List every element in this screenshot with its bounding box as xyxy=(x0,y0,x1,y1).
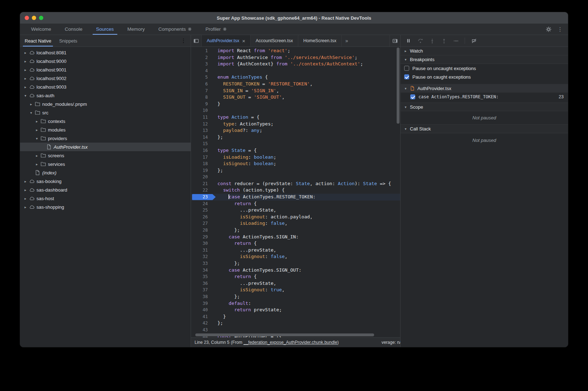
breakpoint-group-header[interactable]: ▾ AuthProvider.tsx xyxy=(401,84,568,93)
tree-item-sas-auth[interactable]: ▾sas-auth xyxy=(20,91,191,100)
line-number[interactable]: 41 xyxy=(191,313,211,320)
tree-item-providers[interactable]: ▾providers xyxy=(20,134,191,143)
tab-console[interactable]: Console xyxy=(58,24,89,35)
line-number[interactable]: 16 xyxy=(191,147,211,154)
line-number[interactable]: 27 xyxy=(191,220,211,227)
code-text[interactable]: isLoading: false, xyxy=(211,220,288,227)
tree-item-node-modules-pnpm[interactable]: ▸node_modules/.pnpm xyxy=(20,100,191,108)
tree-item-sas-host[interactable]: ▸sas-host xyxy=(20,194,191,203)
line-number[interactable]: 32 xyxy=(191,253,211,260)
line-number[interactable]: 26 xyxy=(191,214,211,221)
line-number[interactable]: 9 xyxy=(191,101,211,108)
chevron-right-icon[interactable]: ▸ xyxy=(34,128,39,132)
code-text[interactable]: return { xyxy=(211,201,257,207)
code-text[interactable]: isSignout: boolean; xyxy=(211,160,276,167)
navigator-more-kebab-icon[interactable]: ⋮ xyxy=(178,36,188,45)
line-number[interactable]: 37 xyxy=(191,287,211,293)
more-options-kebab-icon[interactable]: ⋮ xyxy=(555,25,565,34)
code-text[interactable]: }; xyxy=(211,293,240,300)
line-number[interactable]: 24 xyxy=(191,201,211,207)
horizontal-scrollbar-thumb[interactable] xyxy=(195,333,374,336)
tree-item-sas-shopping[interactable]: ▸sas-shopping xyxy=(20,203,191,211)
line-number[interactable]: 10 xyxy=(191,107,211,114)
line-number[interactable]: 39 xyxy=(191,300,211,307)
line-number[interactable]: 33 xyxy=(191,260,211,267)
settings-gear-icon[interactable] xyxy=(544,25,554,34)
line-number[interactable]: 21 xyxy=(191,180,211,187)
tree-item-localhost-8081[interactable]: ▸localhost:8081 xyxy=(20,48,191,57)
line-number[interactable]: 8 xyxy=(191,94,211,101)
source-bundle-link[interactable]: __federation_expose_AuthProvider.chunk.b… xyxy=(244,340,337,345)
code-text[interactable]: isSignout: true, xyxy=(211,287,285,293)
code-text[interactable]: case ActionTypes.SIGN_IN: xyxy=(211,234,299,241)
navigator-tab-react-native[interactable]: React Native xyxy=(21,35,55,46)
step-out-icon[interactable] xyxy=(440,36,448,45)
code-text[interactable]: } xyxy=(211,101,220,108)
pause-caught-row[interactable]: Pause on caught exceptions xyxy=(401,73,568,81)
code-text[interactable]: isSignout: false, xyxy=(211,253,288,260)
close-window-button[interactable] xyxy=(25,16,29,20)
code-text[interactable]: }; xyxy=(211,134,223,141)
tab-profiler[interactable]: Profiler xyxy=(199,24,234,35)
code-text[interactable]: } xyxy=(211,313,226,320)
pause-script-icon[interactable] xyxy=(404,36,413,45)
tree-item-localhost-9000[interactable]: ▸localhost:9000 xyxy=(20,57,191,65)
code-text[interactable]: case ActionTypes.SIGN_OUT: xyxy=(211,267,302,274)
code-text[interactable]: isLoading: boolean; xyxy=(211,154,276,161)
line-number[interactable]: 14 xyxy=(191,134,211,141)
tree-item-localhost-9001[interactable]: ▸localhost:9001 xyxy=(20,65,191,74)
breakpoint-marker[interactable]: 23 xyxy=(191,194,211,201)
code-text[interactable]: ...prevState, xyxy=(211,247,276,254)
tree-item-sas-booking[interactable]: ▸sas-booking xyxy=(20,177,191,185)
tree-item-contexts[interactable]: ▸contexts xyxy=(20,117,191,125)
chevron-down-icon[interactable]: ▾ xyxy=(34,137,39,140)
line-number[interactable]: 1 xyxy=(191,48,211,54)
tab-welcome[interactable]: Welcome xyxy=(24,24,58,35)
tree-item-localhost-9003[interactable]: ▸localhost:9003 xyxy=(20,83,191,91)
code-text[interactable]: }; xyxy=(211,260,240,267)
line-number[interactable]: 17 xyxy=(191,154,211,161)
close-icon[interactable]: × xyxy=(242,38,245,44)
editor-tab-accountscreen-tsx[interactable]: AccountScreen.tsx xyxy=(251,35,298,46)
line-number[interactable]: 29 xyxy=(191,234,211,241)
chevron-right-icon[interactable]: ▸ xyxy=(23,205,28,209)
code-text[interactable]: import AuthService from '../services/Aut… xyxy=(211,54,357,61)
code-text[interactable]: RESTORE_TOKEN = 'RESTORE_TOKEN', xyxy=(211,81,313,88)
code-text[interactable]: type Action = { xyxy=(211,114,259,121)
scope-section-header[interactable]: ▾ Scope xyxy=(401,103,568,111)
code-text[interactable]: ...prevState, xyxy=(211,207,276,214)
line-number[interactable]: 34 xyxy=(191,267,211,274)
code-text[interactable]: SIGN_IN = 'SIGN_IN', xyxy=(211,88,279,94)
tree-item-modules[interactable]: ▸modules xyxy=(20,125,191,134)
vertical-scrollbar-thumb[interactable] xyxy=(397,48,400,124)
line-number[interactable]: 2 xyxy=(191,54,211,61)
code-text[interactable]: }; xyxy=(211,227,240,234)
toggle-navigator-icon[interactable] xyxy=(191,35,202,46)
line-number[interactable]: 13 xyxy=(191,127,211,134)
line-number[interactable]: 36 xyxy=(191,280,211,287)
line-number[interactable]: 31 xyxy=(191,247,211,254)
step-into-icon[interactable] xyxy=(428,36,436,45)
chevron-right-icon[interactable]: ▸ xyxy=(34,162,39,166)
toggle-debugger-sidebar-icon[interactable] xyxy=(389,35,400,46)
chevron-right-icon[interactable]: ▸ xyxy=(23,179,28,183)
code-text[interactable]: return { xyxy=(211,273,257,280)
code-text[interactable]: case ActionTypes.RESTORE_TOKEN: xyxy=(211,194,315,201)
chevron-down-icon[interactable]: ▾ xyxy=(23,94,28,98)
chevron-right-icon[interactable]: ▸ xyxy=(23,85,28,89)
tab-sources[interactable]: Sources xyxy=(89,24,121,35)
line-number[interactable]: 3 xyxy=(191,61,211,68)
code-text[interactable]: }; xyxy=(211,320,223,327)
line-number[interactable]: 4 xyxy=(191,68,211,74)
line-number[interactable]: 12 xyxy=(191,121,211,128)
line-number[interactable]: 15 xyxy=(191,140,211,147)
step-icon[interactable] xyxy=(451,36,460,45)
code-text[interactable] xyxy=(211,174,217,180)
zoom-window-button[interactable] xyxy=(39,16,43,20)
chevron-right-icon[interactable]: ▸ xyxy=(23,76,28,80)
line-number[interactable]: 30 xyxy=(191,240,211,247)
line-number[interactable]: 22 xyxy=(191,187,211,194)
code-text[interactable]: type State = { xyxy=(211,147,257,154)
chevron-right-icon[interactable]: ▸ xyxy=(23,188,28,192)
chevron-down-icon[interactable]: ▾ xyxy=(29,111,34,115)
